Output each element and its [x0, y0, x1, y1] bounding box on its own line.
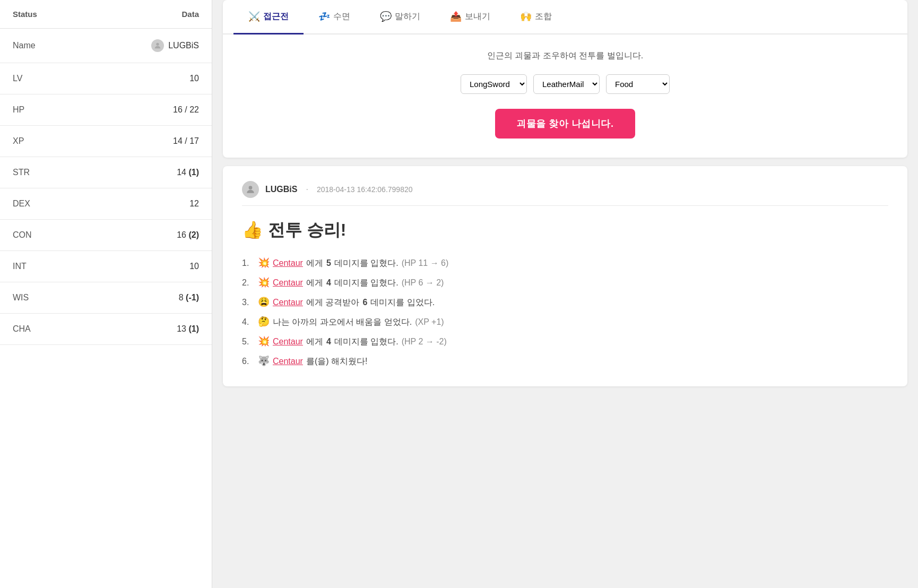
log-header: LUGBiS · 2018-04-13 16:42:06.799820 — [242, 181, 888, 206]
sidebar-row: STR14 (1) — [0, 157, 212, 188]
log-username: LUGBiS — [265, 185, 297, 194]
log-entry: 6.🐺Centaur 를(을) 해치웠다! — [242, 355, 888, 367]
log-gray-value: (XP +1) — [415, 317, 444, 327]
avatar-icon — [151, 39, 164, 52]
send-tab-icon: 📤 — [450, 11, 462, 22]
svg-point-0 — [157, 43, 159, 46]
combat-card: ⚔️접근전💤수면💬말하기📤보내기🙌조합 인근의 괴물과 조우하여 전투를 벌입니… — [223, 0, 907, 158]
log-entry-num: 1. — [242, 258, 255, 268]
log-entry: 2.💥Centaur 에게 4 데미지를 입혔다. (HP 6 → 2) — [242, 276, 888, 289]
combat-button[interactable]: 괴물을 찾아 나섭니다. — [495, 109, 635, 139]
sidebar-row: XP14 / 17 — [0, 126, 212, 157]
stat-label: Name — [0, 29, 86, 63]
sidebar-row: DEX12 — [0, 188, 212, 220]
log-bold-value: 6 — [362, 298, 367, 307]
log-entry-emoji: 💥 — [258, 335, 270, 347]
sidebar-row: INT10 — [0, 251, 212, 282]
main-content: ⚔️접근전💤수면💬말하기📤보내기🙌조합 인근의 괴물과 조우하여 전투를 벌입니… — [212, 0, 918, 588]
stat-value: 13 (1) — [86, 314, 212, 345]
sleep-tab-icon: 💤 — [318, 11, 330, 22]
log-list: 1.💥Centaur 에게 5 데미지를 입혔다. (HP 11 → 6)2.💥… — [242, 257, 888, 367]
sidebar-row: NameLUGBiS — [0, 29, 212, 63]
talk-tab-label: 말하기 — [395, 11, 420, 22]
stats-table: Status Data NameLUGBiSLV10HP16 / 22XP14 … — [0, 0, 212, 345]
stat-label: DEX — [0, 188, 86, 220]
log-entry: 4.🤔나는 아까의 과오에서 배움을 얻었다. (XP +1) — [242, 316, 888, 328]
log-gray-value: (HP 11 → 6) — [402, 258, 449, 268]
log-entry-emoji: 💥 — [258, 257, 270, 269]
combat-panel: 인근의 괴물과 조우하여 전투를 벌입니다. LongSwordShortSwo… — [223, 34, 907, 158]
stat-label: LV — [0, 63, 86, 94]
log-title: 👍 전투 승리! — [242, 219, 888, 242]
log-timestamp: 2018-04-13 16:42:06.799820 — [317, 185, 413, 194]
sleep-tab-label: 수면 — [333, 11, 350, 22]
monster-link[interactable]: Centaur — [273, 278, 303, 288]
sidebar-row: CHA13 (1) — [0, 314, 212, 345]
stat-value: 14 (1) — [86, 157, 212, 188]
combat-tab-label: 접근전 — [263, 11, 289, 22]
sidebar: Status Data NameLUGBiSLV10HP16 / 22XP14 … — [0, 0, 212, 588]
tab-send[interactable]: 📤보내기 — [435, 0, 505, 34]
log-entry-emoji: 🐺 — [258, 355, 270, 367]
log-entry-emoji: 🤔 — [258, 316, 270, 327]
sidebar-row: WIS8 (-1) — [0, 282, 212, 314]
stat-label: CON — [0, 220, 86, 251]
log-bold-value: 4 — [326, 337, 331, 347]
col-status-header: Status — [0, 0, 86, 29]
character-name: LUGBiS — [168, 41, 199, 50]
log-entry-emoji: 💥 — [258, 276, 270, 288]
stat-label: CHA — [0, 314, 86, 345]
log-bold-value: 4 — [326, 278, 331, 288]
talk-tab-icon: 💬 — [380, 11, 392, 22]
craft-tab-icon: 🙌 — [520, 11, 532, 22]
combat-tab-icon: ⚔️ — [248, 11, 260, 22]
log-entry-num: 5. — [242, 337, 255, 347]
stat-value: 12 — [86, 188, 212, 220]
svg-point-1 — [249, 186, 253, 189]
sidebar-row: HP16 / 22 — [0, 94, 212, 126]
log-gray-value: (HP 2 → -2) — [402, 337, 447, 347]
log-entry-num: 6. — [242, 357, 255, 366]
sidebar-row: CON16 (2) — [0, 220, 212, 251]
stat-label: STR — [0, 157, 86, 188]
log-entry: 1.💥Centaur 에게 5 데미지를 입혔다. (HP 11 → 6) — [242, 257, 888, 269]
log-avatar-icon — [242, 181, 259, 198]
log-entry: 3.😩Centaur 에게 공격받아 6 데미지를 입었다. — [242, 296, 888, 308]
stat-value: 16 (2) — [86, 220, 212, 251]
stat-value: 10 — [86, 63, 212, 94]
food-select[interactable]: FoodPotionHerb — [606, 74, 670, 94]
tab-craft[interactable]: 🙌조합 — [505, 0, 567, 34]
stat-label: INT — [0, 251, 86, 282]
combat-selects: LongSwordShortSwordDagger LeatherMailCha… — [244, 74, 886, 94]
col-data-header: Data — [86, 0, 212, 29]
tab-combat[interactable]: ⚔️접근전 — [233, 0, 304, 34]
monster-link[interactable]: Centaur — [273, 357, 303, 366]
stat-value: LUGBiS — [86, 29, 212, 63]
log-entry-num: 3. — [242, 298, 255, 307]
tab-sleep[interactable]: 💤수면 — [304, 0, 365, 34]
log-bold-value: 5 — [326, 258, 331, 268]
send-tab-label: 보내기 — [465, 11, 490, 22]
monster-link[interactable]: Centaur — [273, 298, 303, 307]
craft-tab-label: 조합 — [535, 11, 552, 22]
monster-link[interactable]: Centaur — [273, 258, 303, 268]
weapon-select[interactable]: LongSwordShortSwordDagger — [461, 74, 527, 94]
log-card: LUGBiS · 2018-04-13 16:42:06.799820 👍 전투… — [223, 166, 907, 386]
log-gray-value: (HP 6 → 2) — [402, 278, 444, 288]
stat-value: 10 — [86, 251, 212, 282]
stat-label: XP — [0, 126, 86, 157]
stat-label: WIS — [0, 282, 86, 314]
log-entry-emoji: 😩 — [258, 296, 270, 308]
sidebar-row: LV10 — [0, 63, 212, 94]
armor-select[interactable]: LeatherMailChainMailPlateMail — [533, 74, 600, 94]
stat-label: HP — [0, 94, 86, 126]
tab-bar: ⚔️접근전💤수면💬말하기📤보내기🙌조합 — [223, 0, 907, 34]
log-entry-num: 2. — [242, 278, 255, 288]
combat-description: 인근의 괴물과 조우하여 전투를 벌입니다. — [244, 50, 886, 62]
stat-value: 8 (-1) — [86, 282, 212, 314]
log-entry: 5.💥Centaur 에게 4 데미지를 입혔다. (HP 2 → -2) — [242, 335, 888, 348]
monster-link[interactable]: Centaur — [273, 337, 303, 347]
stat-value: 16 / 22 — [86, 94, 212, 126]
log-entry-num: 4. — [242, 317, 255, 327]
tab-talk[interactable]: 💬말하기 — [365, 0, 435, 34]
